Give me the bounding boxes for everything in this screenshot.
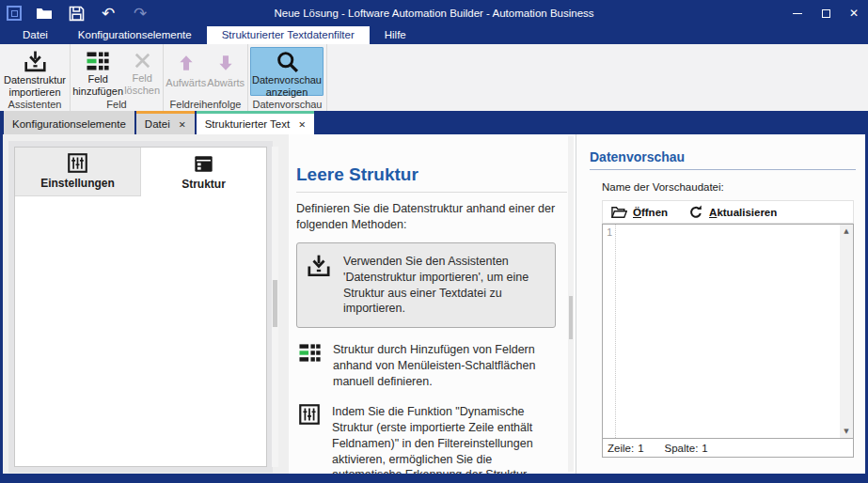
show-data-preview-button[interactable]: Datenvorschau anzeigen	[250, 47, 324, 96]
ribbon-tab-datei[interactable]: Datei	[8, 26, 63, 44]
main-content: Einstellungen Struktur Leere Struktur De…	[3, 134, 865, 474]
scrollbar-thumb[interactable]	[569, 296, 573, 339]
ribbon-group-assistenten: Datenstruktur importieren Assistenten	[0, 44, 71, 111]
redo-button[interactable]: ↷	[131, 4, 150, 23]
ribbon-tab-bar: Datei Konfigurationselemente Strukturier…	[0, 26, 868, 44]
folder-open-icon	[611, 206, 627, 219]
panel-divider	[576, 134, 576, 474]
refresh-preview-button[interactable]: Aktualisieren	[688, 205, 777, 220]
undo-icon: ↶	[102, 6, 115, 22]
doc-tab-label: Datei	[145, 118, 170, 130]
scroll-up-icon[interactable]: ▲	[844, 225, 848, 238]
ribbon-group-datenvorschau: Datenvorschau anzeigen Datenvorschau	[248, 44, 327, 111]
scrollbar-thumb[interactable]	[273, 280, 277, 327]
tab-close-icon[interactable]: ✕	[179, 119, 186, 130]
delete-field-icon	[132, 50, 153, 71]
empty-structure-panel: Leere Struktur Definieren Sie die Datens…	[296, 134, 567, 474]
arrow-down-icon	[215, 50, 236, 76]
move-down-button[interactable]: Abwärts	[206, 47, 245, 96]
tab-struktur[interactable]: Struktur	[140, 148, 266, 196]
title-bar: ↶ ↷ Neue Lösung - Loftware Automation Bu…	[0, 0, 868, 26]
scroll-down-icon[interactable]: ▼	[844, 425, 848, 438]
open-file-button[interactable]	[35, 4, 54, 23]
doc-tab-strukturierter-text[interactable]: Strukturierter Text ✕	[197, 111, 315, 134]
minimize-button[interactable]	[783, 0, 812, 26]
ribbon-group-feldreihenfolge: Aufwärts Abwärts Feldreihenfolge	[164, 44, 248, 111]
minimize-icon	[793, 13, 802, 14]
app-logo-icon	[7, 6, 22, 21]
line-number: 1	[603, 225, 615, 238]
redo-icon: ↷	[134, 6, 147, 22]
method-add-fields: Struktur durch Hinzufügen von Feldern an…	[296, 342, 560, 390]
data-preview-title: Datenvorschau	[590, 149, 856, 170]
filter-panel: Einstellungen Struktur	[14, 147, 267, 467]
ribbon-group-feld: Feld hinzufügen Feld löschen Feld	[71, 44, 164, 111]
left-panel-scrollbar[interactable]	[272, 147, 278, 467]
ribbon: Datenstruktur importieren Assistenten Fe…	[0, 44, 868, 111]
open-preview-file-button[interactable]: Öffnen	[611, 206, 668, 219]
divider	[296, 192, 567, 193]
save-button[interactable]	[67, 4, 86, 23]
save-icon	[69, 6, 85, 22]
close-button[interactable]: ✕	[840, 0, 868, 26]
maximize-icon	[822, 9, 830, 18]
column-label: Spalte:	[665, 443, 699, 454]
undo-button[interactable]: ↶	[99, 4, 118, 23]
doc-tab-datei[interactable]: Datei ✕	[136, 111, 195, 134]
ribbon-tab-strukturierter-textdatenfilter[interactable]: Strukturierter Textdatenfilter	[207, 26, 370, 44]
document-tab-bar: Konfigurationselemente Datei ✕ Strukturi…	[0, 111, 868, 134]
group-caption-datenvorschau: Datenvorschau	[248, 99, 326, 110]
method-dynamic-structure: Indem Sie die Funktion "Dynamische Struk…	[296, 404, 560, 474]
preview-toolbar: Öffnen Aktualisieren	[602, 200, 854, 224]
structure-empty-area[interactable]	[15, 196, 266, 466]
editor-status-bar: Zeile: 1 Spalte: 1	[602, 438, 854, 458]
middle-panel-scrollbar[interactable]	[568, 136, 574, 472]
group-caption-feld: Feld	[71, 99, 163, 110]
close-icon: ✕	[849, 8, 859, 19]
editor-scrollbar[interactable]: ▲ ▼	[840, 225, 853, 438]
doc-tab-label: Strukturierter Text	[205, 118, 291, 130]
preview-file-label: Name der Vorschaudatei:	[602, 181, 865, 193]
sliders-icon	[68, 153, 87, 173]
line-number-gutter: 1	[603, 225, 616, 438]
doc-tab-label: Konfigurationselemente	[12, 118, 126, 130]
method-import-box[interactable]: Verwenden Sie den Assistenten 'Datenstru…	[296, 242, 556, 329]
intro-text: Definieren Sie die Datenstruktur anhand …	[296, 201, 567, 233]
group-caption-assistenten: Assistenten	[0, 99, 70, 110]
ribbon-tab-konfigurationselemente[interactable]: Konfigurationselemente	[63, 26, 207, 44]
group-caption-feldreihenfolge: Feldreihenfolge	[164, 99, 247, 110]
doc-tab-konfigurationselemente[interactable]: Konfigurationselemente	[4, 111, 134, 134]
empty-structure-title: Leere Struktur	[296, 164, 567, 185]
structure-icon	[194, 154, 213, 174]
add-field-icon	[87, 50, 109, 72]
line-value: 1	[638, 443, 643, 454]
import-icon	[307, 254, 331, 318]
arrow-up-icon	[176, 50, 197, 76]
ribbon-tab-hilfe[interactable]: Hilfe	[370, 26, 421, 44]
line-label: Zeile:	[608, 443, 634, 454]
folder-open-icon	[36, 7, 53, 20]
import-data-structure-button[interactable]: Datenstruktur importieren	[2, 47, 68, 96]
maximize-button[interactable]	[812, 0, 840, 26]
preview-text-editor[interactable]: 1 ▲ ▼	[602, 224, 854, 439]
move-up-button[interactable]: Aufwärts	[166, 47, 206, 96]
tab-close-icon[interactable]: ✕	[298, 119, 306, 130]
sliders-icon	[299, 404, 320, 474]
data-preview-panel: Datenvorschau Name der Vorschaudatei: Öf…	[588, 134, 865, 474]
search-icon	[276, 50, 299, 73]
refresh-icon	[688, 205, 703, 220]
add-field-icon	[299, 342, 321, 390]
delete-field-button[interactable]: Feld löschen	[123, 47, 161, 96]
column-value: 1	[702, 443, 707, 454]
tab-einstellungen[interactable]: Einstellungen	[15, 148, 140, 196]
import-icon	[24, 50, 47, 73]
add-field-button[interactable]: Feld hinzufügen	[72, 47, 123, 96]
